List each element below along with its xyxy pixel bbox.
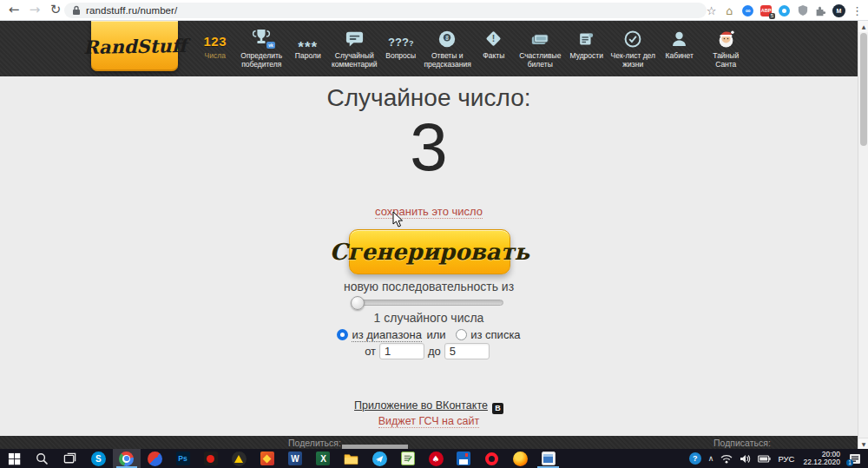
clock[interactable]: 20:00 22.12.2020 [798, 451, 845, 467]
generate-button[interactable]: Сгенерировать [349, 229, 510, 274]
excel-icon[interactable]: X [309, 449, 337, 468]
notepad-icon[interactable] [393, 449, 421, 468]
mouse-cursor [392, 211, 404, 227]
or-label: или [427, 328, 446, 341]
nav-item-checklist-badge[interactable]: Чек-лист дел жизни [610, 24, 657, 69]
chevron-up-icon[interactable]: ∧ [705, 449, 718, 468]
language-indicator[interactable]: РУС [774, 449, 798, 468]
ext-messenger-icon[interactable] [775, 0, 793, 21]
nav-item-label: Мудрости [563, 51, 610, 60]
nav-item-comment[interactable]: Случайный комментарий [332, 24, 378, 69]
reload-icon[interactable]: ↻ [47, 1, 64, 18]
magic-ball-icon: 8 [424, 24, 471, 49]
pokerstars-icon[interactable]: ♠ [422, 449, 450, 468]
comment-icon [332, 24, 378, 49]
nav-item-label: Числа [192, 51, 239, 60]
logo-text: RandStuff [82, 34, 186, 57]
photo-app-icon[interactable] [253, 449, 281, 468]
share-label: Поделиться: [288, 438, 341, 448]
range-option-label[interactable]: из диапазона [352, 328, 422, 342]
nav-item-label: Факты [470, 51, 517, 60]
windows-taskbar: SPsWX♠ ? ∧ РУС 20:00 22.12.2020 1 [0, 449, 868, 468]
nav-item-label: Случайный комментарий [332, 51, 378, 69]
to-label: до [428, 345, 441, 358]
nav-items: 123ЧислаvkОпределить победителя***Пароли… [192, 24, 749, 69]
start-icon[interactable] [0, 449, 28, 468]
action-center-icon[interactable]: 1 [845, 449, 868, 468]
address-bar[interactable]: randstuff.ru/number/ [64, 3, 707, 18]
extensions-row: ☆ ⌂∞ABP5M⋮ [702, 0, 866, 21]
scroll-down-icon[interactable]: ▼ [858, 438, 868, 449]
nav-item-fact-diamond[interactable]: !Факты [470, 24, 517, 69]
ext-shield-icon[interactable] [793, 0, 812, 21]
list-option-label[interactable]: из списка [470, 328, 520, 341]
nav-item-person[interactable]: Кабинет [656, 24, 703, 69]
ext-home-icon[interactable]: ⌂ [720, 0, 739, 21]
checklist-badge-icon [610, 24, 657, 49]
vk-app-link[interactable]: Приложение во ВКонтакте [354, 399, 488, 412]
scroll-up-icon[interactable]: ▲ [858, 21, 868, 32]
site-logo[interactable]: RandStuff [91, 21, 178, 71]
subscribe-label: Подписаться: [713, 438, 771, 448]
menu-dots-icon[interactable]: ⋮ [848, 0, 866, 21]
extension-icons: ⌂∞ABP5M⋮ [720, 0, 866, 21]
bookmark-star-icon[interactable]: ☆ [702, 0, 720, 21]
viewer-icon[interactable] [534, 449, 562, 468]
telegram-icon[interactable] [365, 449, 393, 468]
system-tray: ? ∧ РУС 20:00 22.12.2020 1 [686, 449, 868, 468]
profile-avatar[interactable]: M [830, 0, 848, 21]
nav-item-label: Определить победителя [239, 51, 286, 69]
back-icon[interactable]: ← [5, 1, 23, 18]
chrome-icon[interactable] [113, 449, 141, 468]
site-footer: Поделиться: Подписаться: [0, 436, 858, 449]
santa-icon [703, 24, 750, 49]
save-number-link[interactable]: сохранить это число [375, 205, 483, 219]
save-number-link-row: сохранить это число [0, 203, 858, 219]
help-icon[interactable]: ? [686, 449, 705, 468]
page-content: Случайное число: 3 сохранить это число С… [0, 76, 858, 436]
to-input[interactable] [444, 343, 490, 359]
firefox-icon[interactable] [506, 449, 534, 468]
puzzle-icon[interactable] [812, 0, 830, 21]
mode-radio-row: из диапазона или из списка [0, 327, 858, 341]
recorder-icon[interactable] [197, 449, 225, 468]
random-number-value: 3 [0, 108, 858, 187]
count-slider[interactable] [352, 300, 503, 306]
cleaner-icon[interactable] [141, 449, 168, 468]
lock-icon [72, 5, 81, 16]
volume-icon[interactable] [736, 449, 754, 468]
slider-handle[interactable] [351, 296, 365, 310]
floppy-icon[interactable] [450, 449, 477, 468]
nav-item-trophy[interactable]: vkОпределить победителя [239, 24, 286, 69]
range-radio[interactable] [337, 329, 348, 340]
photoshop-icon[interactable]: Ps [168, 449, 196, 468]
antivirus-icon[interactable] [225, 449, 253, 468]
nav-item-label: Чек-лист дел жизни [610, 51, 657, 69]
skype-icon[interactable]: S [84, 449, 112, 468]
nav-item-santa[interactable]: Тайный Санта [703, 24, 750, 69]
wifi-icon[interactable] [717, 449, 736, 468]
url-text: randstuff.ru/number/ [86, 5, 177, 16]
nav-item-numbers-123[interactable]: 123Числа [192, 24, 239, 69]
list-radio[interactable] [456, 329, 467, 340]
task-view-icon[interactable] [56, 449, 84, 468]
nav-item-questions[interactable]: ????Вопросы [378, 24, 424, 69]
forward-icon[interactable]: → [26, 1, 43, 18]
nav-item-scroll[interactable]: Мудрости [563, 24, 610, 69]
nav-item-tickets[interactable]: Счастливые билеты [517, 24, 564, 69]
adblock-icon[interactable]: ABP5 [757, 0, 775, 21]
nav-item-asterisks[interactable]: ***Пароли [285, 24, 332, 69]
word-icon[interactable]: W [281, 449, 309, 468]
explorer-icon[interactable] [338, 449, 365, 468]
nav-item-label: Вопросы [378, 51, 424, 60]
from-input[interactable] [379, 343, 424, 359]
page-scrollbar[interactable]: ▲ ▼ [858, 21, 868, 449]
opera-icon[interactable] [478, 449, 506, 468]
battery-icon[interactable] [754, 449, 774, 468]
nav-item-label: Кабинет [656, 51, 703, 60]
ext-vk-icon[interactable]: ∞ [739, 0, 757, 21]
nav-item-magic-ball[interactable]: 8Ответы и предсказания [424, 24, 471, 69]
search-icon[interactable] [28, 449, 56, 468]
scrollbar-thumb[interactable] [860, 33, 867, 146]
widget-link[interactable]: Виджет ГСЧ на сайт [378, 415, 480, 428]
